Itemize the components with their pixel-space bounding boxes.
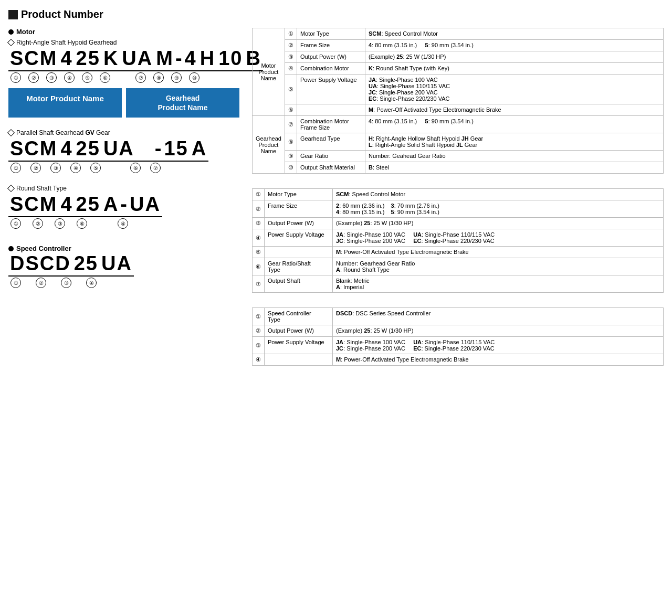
right-angle-table: MotorProductName ① Motor Type SCM: Speed… (252, 28, 664, 174)
right-angle-product-number: SCM 4 25 K UA M - 4 H 10 B (8, 48, 263, 71)
label-output-shaft-mat: Output Shaft Material (297, 162, 365, 174)
circle-5: ⑤ (82, 72, 92, 83)
pt-label-4: Power Supply Voltage (265, 229, 333, 247)
pn3-scm: SCM (8, 194, 59, 214)
page-title: Product Number (8, 8, 664, 20)
table-row: ⑦ Output Shaft Blank: Metric A: Imperial (253, 275, 664, 293)
sct-circle-2: ② (253, 325, 265, 337)
sct-value-1: DSCD: DSC Series Speed Controller (333, 308, 664, 325)
value-output-shaft-mat: B: Steel (365, 162, 663, 174)
circle-cell-7: ⑦ (285, 116, 297, 133)
motor-product-name-cell: MotorProductName (253, 28, 285, 116)
label-output-power: Output Power (W) (297, 51, 365, 63)
pn3-a: A (102, 194, 120, 214)
label-gearhead-type: Gearhead Type (297, 133, 365, 151)
circle-cell-9: ⑨ (285, 151, 297, 162)
pn-10: 10 (217, 48, 244, 68)
title-square-icon (8, 10, 18, 19)
value-combo-frame: 4: 80 mm (3.15 in.) 5: 90 mm (3.54 in.) (365, 116, 663, 133)
label-motor-type: Motor Type (297, 28, 365, 40)
p-circle-1: ① (10, 163, 21, 173)
parallel-shaft-section: Parallel Shaft Gearhead GV Gear SCM 4 25… (8, 129, 239, 173)
table-row: ④ Combination Motor K: Round Shaft Type … (253, 63, 664, 75)
circle-row-2: ① ② ③ ④ ⑤ ⑥ ⑦ (10, 163, 239, 173)
pn2-15: 15 (162, 139, 190, 158)
motor-product-name-box: Motor Product Name (8, 88, 122, 118)
round-product-number: SCM 4 25 A - UA (8, 194, 162, 217)
circle-cell-3: ③ (285, 51, 297, 63)
bullet-dot-speed (8, 246, 14, 251)
diamond-icon-3 (7, 185, 15, 192)
pn3-4: 4 (59, 194, 74, 214)
table-row: ③ Power Supply Voltage JA: Single-Phase … (253, 337, 664, 354)
pn2-a: A (190, 139, 208, 158)
p-circle-4: ④ (70, 163, 81, 173)
pt-value-2: 2: 60 mm (2.36 in.) 3: 70 mm (2.76 in.) … (333, 200, 664, 218)
sc-circle-3: ③ (61, 278, 71, 288)
diamond-icon-1 (7, 39, 15, 46)
value-brake: M: Power-Off Activated Type Electromagne… (365, 104, 663, 116)
speed-controller-section: Speed Controller DSCD 25 UA ① ② ③ ④ (8, 245, 239, 288)
pt-label-5 (265, 247, 333, 258)
pt-value-3: (Example) 25: 25 W (1/30 HP) (333, 218, 664, 229)
pn-m: M (154, 48, 175, 68)
sct-label-2: Output Power (W) (265, 325, 333, 337)
r-circle-2: ② (33, 218, 43, 229)
round-shaft-section: Round Shaft Type SCM 4 25 A - UA ① ② ③ (8, 185, 239, 229)
sc-circle-1: ① (10, 278, 21, 288)
pt-circle-1: ① (253, 189, 265, 200)
label-frame-size: Frame Size (297, 40, 365, 51)
right-column: MotorProductName ① Motor Type SCM: Speed… (252, 28, 664, 380)
speed-ctrl-product-number: DSCD 25 UA (8, 253, 134, 277)
p-circle-3: ③ (50, 163, 61, 173)
parallel-product-number: SCM 4 25 UA - 15 A (8, 139, 208, 162)
circle-cell-5: ⑤ (285, 75, 297, 104)
pn2-ua: UA (102, 139, 136, 158)
pt-label-1: Motor Type (265, 189, 333, 200)
circle-2: ② (28, 72, 39, 83)
sct-label-1: Speed ControllerType (265, 308, 333, 325)
right-angle-section: Right-Angle Shaft Hypoid Gearhead SCM 4 … (8, 39, 239, 118)
pn-sc-25: 25 (72, 253, 100, 273)
pn-scm: SCM (8, 48, 59, 68)
pt-value-1: SCM: Speed Control Motor (333, 189, 664, 200)
pn2-4: 4 (59, 139, 74, 158)
value-combo-motor: K: Round Shaft Type (with Key) (365, 63, 663, 75)
pt-value-5: M: Power-Off Activated Type Electromagne… (333, 247, 664, 258)
parallel-label-text: Parallel Shaft Gearhead GV Gear (16, 129, 110, 136)
sct-value-3: JA: Single-Phase 100 VAC UA: Single-Phas… (333, 337, 664, 354)
pn-row-2: SCM 4 25 UA - 15 A (8, 139, 208, 158)
circle-9: ⑨ (171, 72, 182, 83)
sct-value-2: (Example) 25: 25 W (1/30 HP) (333, 325, 664, 337)
table-row: ③ Output Power (W) (Example) 25: 25 W (1… (253, 218, 664, 229)
table-row: ④ M: Power-Off Activated Type Electromag… (253, 354, 664, 366)
pt-label-6: Gear Ratio/ShaftType (265, 258, 333, 275)
circle-3: ③ (46, 72, 57, 83)
pn-sc-ua: UA (100, 253, 134, 273)
pn-dash-1: - (175, 48, 183, 68)
speed-ctrl-label-text: Speed Controller (16, 245, 71, 252)
r-circle-1: ① (10, 218, 21, 229)
label-combo-motor: Combination Motor (297, 63, 365, 75)
sct-label-3: Power Supply Voltage (265, 337, 333, 354)
gearhead-product-name-box: GearheadProduct Name (126, 88, 239, 118)
value-motor-type: SCM: Speed Control Motor (365, 28, 663, 40)
table-row: ⑤ M: Power-Off Activated Type Electromag… (253, 247, 664, 258)
round-label-text: Round Shaft Type (16, 185, 67, 192)
table-row: MotorProductName ① Motor Type SCM: Speed… (253, 28, 664, 40)
value-output-power: (Example) 25: 25 W (1/30 HP) (365, 51, 663, 63)
pt-value-6: Number: Gearhead Gear Ratio A: Round Sha… (333, 258, 664, 275)
table-row: ⑩ Output Shaft Material B: Steel (253, 162, 664, 174)
bullet-dot-motor (8, 29, 14, 35)
circle-cell-10: ⑩ (285, 162, 297, 174)
circle-row-1: ① ② ③ ④ ⑤ ⑥ ⑦ ⑧ ⑨ ⑩ (10, 72, 239, 83)
title-text: Product Number (21, 8, 103, 20)
pn-4b: 4 (183, 48, 198, 68)
speed-controller-table: ① Speed ControllerType DSCD: DSC Series … (252, 307, 664, 366)
table-row: ③ Output Power (W) (Example) 25: 25 W (1… (253, 51, 664, 63)
value-frame-size: 4: 80 mm (3.15 in.) 5: 90 mm (3.54 in.) (365, 40, 663, 51)
pn-sc-dscd: DSCD (8, 253, 72, 273)
pt-value-4: JA: Single-Phase 100 VAC UA: Single-Phas… (333, 229, 664, 247)
table-row: ⑥ Gear Ratio/ShaftType Number: Gearhead … (253, 258, 664, 275)
pn2-25: 25 (75, 139, 102, 158)
